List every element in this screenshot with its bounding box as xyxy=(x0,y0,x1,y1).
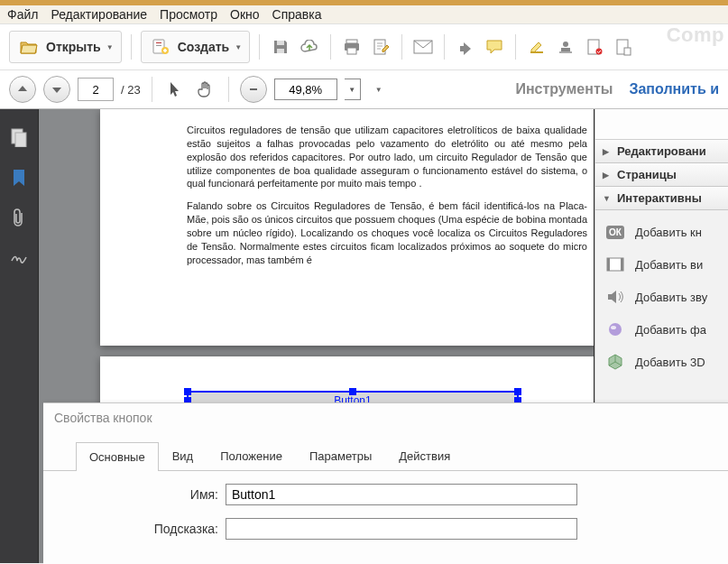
separator xyxy=(515,34,516,60)
mail-icon[interactable] xyxy=(411,35,435,59)
add-file-tool[interactable]: Добавить фа xyxy=(595,313,728,346)
hint-label: Подсказка: xyxy=(134,522,218,536)
separator xyxy=(131,34,132,60)
add-3d-label: Добавить 3D xyxy=(635,356,705,369)
svg-point-26 xyxy=(611,326,616,329)
svg-rect-1 xyxy=(156,42,161,43)
sign-icon[interactable] xyxy=(583,35,606,59)
bookmark-icon[interactable] xyxy=(12,169,26,187)
svg-rect-14 xyxy=(559,51,572,53)
create-label: Создать xyxy=(178,40,230,54)
svg-rect-13 xyxy=(561,48,570,51)
page-down-button[interactable] xyxy=(43,76,70,103)
properties-tabs: Основные Вид Положение Параметры Действи… xyxy=(43,441,728,471)
resize-handle[interactable] xyxy=(349,388,356,395)
select-tool-icon[interactable] xyxy=(163,78,187,101)
chevron-down-icon[interactable]: ▼ xyxy=(375,86,382,94)
tab-options[interactable]: Параметры xyxy=(296,441,385,470)
svg-rect-11 xyxy=(530,51,543,53)
tab-actions[interactable]: Действия xyxy=(385,441,464,470)
navigation-toolbar: / 23 49,8% ▼ ▼ Инструменты Заполнить и xyxy=(0,70,728,109)
section-pages-label: Страницы xyxy=(617,168,677,181)
svg-point-16 xyxy=(596,49,603,55)
menu-help[interactable]: Справка xyxy=(272,7,322,22)
section-editing-label: Редактировани xyxy=(617,144,706,158)
svg-point-12 xyxy=(563,42,568,47)
section-interactive[interactable]: ▼ Интерактивны xyxy=(595,187,728,210)
separator xyxy=(444,34,445,60)
section-pages[interactable]: ▶ Страницы xyxy=(595,163,728,187)
comment-icon[interactable] xyxy=(483,35,506,59)
svg-rect-2 xyxy=(156,45,161,46)
sphere-icon xyxy=(604,320,626,338)
chevron-right-icon: ▶ xyxy=(603,171,612,180)
doc-paragraph: Falando sobre os Circuitos Reguladores d… xyxy=(187,199,587,266)
chevron-down-icon: ▼ xyxy=(235,43,242,51)
hand-tool-icon[interactable] xyxy=(194,78,217,101)
svg-rect-19 xyxy=(250,88,257,90)
print-icon[interactable] xyxy=(340,35,364,59)
open-button[interactable]: Открыть ▼ xyxy=(9,31,122,63)
svg-rect-5 xyxy=(277,49,284,53)
svg-rect-8 xyxy=(347,48,356,54)
main-toolbar: Открыть ▼ Создать ▼ xyxy=(0,23,728,70)
svg-rect-4 xyxy=(277,41,284,45)
left-sidebar xyxy=(0,109,38,563)
share-icon[interactable] xyxy=(454,35,477,59)
zoom-out-button[interactable] xyxy=(240,76,267,103)
add-3d-tool[interactable]: Добавить 3D xyxy=(595,346,728,378)
svg-rect-21 xyxy=(15,133,26,147)
menu-file[interactable]: Файл xyxy=(7,7,38,22)
menu-window[interactable]: Окно xyxy=(230,7,260,22)
hint-row: Подсказка: xyxy=(134,518,728,540)
section-editing[interactable]: ▶ Редактировани xyxy=(595,140,728,163)
create-button[interactable]: Создать ▼ xyxy=(141,31,251,63)
save-icon[interactable] xyxy=(269,35,292,59)
signature-rail-icon[interactable] xyxy=(10,250,28,264)
svg-rect-24 xyxy=(621,258,623,271)
separator xyxy=(259,34,260,60)
chevron-right-icon: ▶ xyxy=(603,147,612,156)
tab-basic[interactable]: Основные xyxy=(76,442,159,471)
separator xyxy=(401,34,402,60)
cloud-icon[interactable] xyxy=(298,35,321,59)
resize-handle[interactable] xyxy=(514,388,521,395)
name-row: Имя: xyxy=(134,484,728,505)
cube-icon xyxy=(604,353,626,371)
add-sound-tool[interactable]: Добавить зву xyxy=(595,281,728,313)
page-number-input[interactable] xyxy=(78,78,114,101)
separator xyxy=(152,77,152,102)
panel-header-spacer xyxy=(595,109,728,140)
highlight-icon[interactable] xyxy=(525,35,548,59)
create-pdf-icon xyxy=(149,35,172,59)
speaker-icon xyxy=(604,288,626,306)
attach-doc-icon[interactable] xyxy=(612,35,635,59)
edit-doc-icon[interactable] xyxy=(369,35,392,59)
pages-thumbnails-icon[interactable] xyxy=(10,127,28,147)
name-input[interactable] xyxy=(226,484,577,505)
open-label: Открыть xyxy=(46,40,101,54)
pdf-page-1: Circuitos reguladores de tensão que util… xyxy=(100,109,594,346)
tab-position[interactable]: Положение xyxy=(207,441,296,470)
page-up-button[interactable] xyxy=(9,76,36,103)
zoom-value-field[interactable]: 49,8% xyxy=(274,79,337,100)
stamp-icon[interactable] xyxy=(554,35,577,59)
add-file-label: Добавить фа xyxy=(635,323,706,337)
menu-view[interactable]: Просмотр xyxy=(160,7,217,22)
fill-sign-link[interactable]: Заполнить и xyxy=(629,81,719,97)
resize-handle[interactable] xyxy=(184,388,191,395)
add-video-tool[interactable]: Добавить ви xyxy=(595,248,728,281)
right-toolbar-links: Инструменты Заполнить и xyxy=(515,81,719,97)
doc-paragraph: Circuitos reguladores de tensão que util… xyxy=(187,124,587,190)
add-video-label: Добавить ви xyxy=(635,258,703,272)
ok-button-icon: ОК xyxy=(604,223,626,241)
tab-appearance[interactable]: Вид xyxy=(159,441,207,470)
add-button-tool[interactable]: ОК Добавить кн xyxy=(595,216,728,248)
attachment-icon[interactable] xyxy=(12,208,26,228)
menu-edit[interactable]: Редактирование xyxy=(51,7,147,22)
instruments-link[interactable]: Инструменты xyxy=(515,81,613,97)
zoom-dropdown-button[interactable]: ▼ xyxy=(345,79,361,100)
svg-rect-18 xyxy=(624,48,631,55)
chevron-down-icon: ▼ xyxy=(106,43,114,51)
hint-input[interactable] xyxy=(226,518,577,540)
